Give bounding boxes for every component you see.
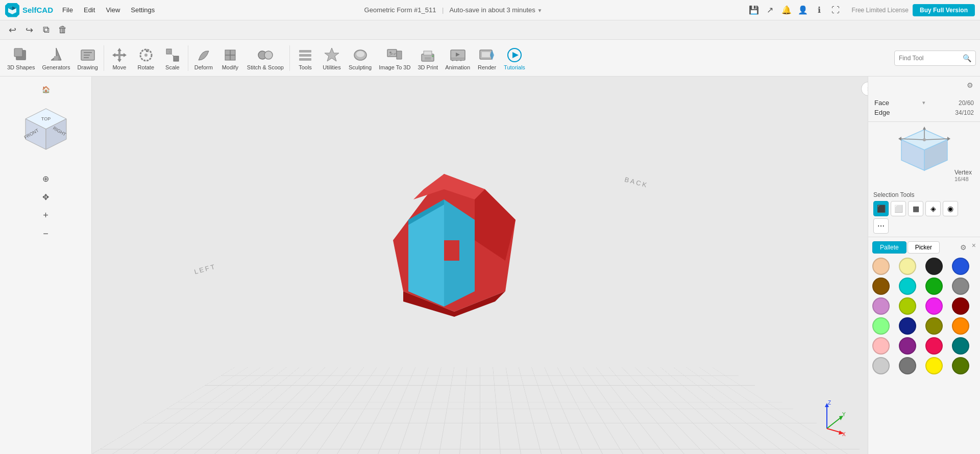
user-icon[interactable]: 👤	[797, 4, 809, 16]
autosave-text[interactable]: Auto-save in about 3 minutes	[449, 6, 535, 14]
view-menu[interactable]: View	[102, 4, 124, 16]
edge-label: Edge	[874, 109, 890, 116]
zoom-in-button[interactable]: +	[39, 208, 53, 222]
tool-drawing[interactable]: Drawing	[74, 44, 101, 72]
tool-image-to-3d[interactable]: Image To 3D	[376, 44, 413, 72]
tool-render[interactable]: Render	[474, 44, 500, 72]
right-panel-cube-svg	[886, 124, 963, 186]
tool-tools-label: Tools	[299, 64, 312, 70]
color-swatch-22[interactable]	[925, 357, 943, 374]
color-swatch-4[interactable]	[872, 278, 890, 295]
svg-marker-35	[397, 51, 402, 59]
color-swatch-21[interactable]	[899, 357, 916, 374]
expand-panel-button[interactable]: ›	[861, 82, 868, 96]
selection-tools-title: Selection Tools	[873, 191, 975, 198]
svg-point-33	[356, 51, 364, 57]
select-face-button[interactable]: ⬛	[873, 201, 889, 216]
main-toolbar: 3D Shapes Generators Drawing	[0, 40, 980, 77]
select-object-button[interactable]: ◉	[943, 201, 958, 216]
tool-scale[interactable]: Scale	[160, 44, 185, 72]
menu-items: File Edit View Settings	[58, 4, 159, 16]
info-icon[interactable]: ℹ	[813, 4, 825, 16]
tool-3d-shapes[interactable]: 3D Shapes	[4, 44, 38, 72]
tool-tools[interactable]: Tools	[292, 44, 318, 72]
redo-button[interactable]: ↪	[22, 23, 36, 37]
logo-icon	[5, 3, 19, 17]
color-swatch-14[interactable]	[925, 317, 943, 335]
zoom-out-button[interactable]: −	[39, 226, 53, 241]
delete-button[interactable]: 🗑	[56, 23, 70, 37]
color-swatch-3[interactable]	[952, 258, 969, 275]
picker-tab-button[interactable]: Picker	[908, 241, 940, 254]
svg-marker-11	[117, 48, 121, 51]
color-swatch-2[interactable]	[925, 258, 943, 275]
svg-point-41	[432, 55, 434, 57]
select-vertex-button[interactable]: ◈	[925, 201, 941, 216]
color-swatch-10[interactable]	[925, 297, 943, 315]
select-more-button[interactable]: ⋯	[873, 218, 889, 234]
color-swatch-6[interactable]	[925, 278, 943, 295]
color-swatch-11[interactable]	[952, 297, 969, 315]
tool-utilities[interactable]: Utilities	[319, 44, 345, 72]
fullscreen-icon[interactable]: ⛶	[829, 4, 842, 16]
palette-tab-button[interactable]: Pallete	[872, 241, 906, 254]
save-icon[interactable]: 💾	[748, 4, 760, 16]
svg-point-36	[389, 52, 391, 54]
color-swatch-19[interactable]	[952, 337, 969, 355]
vertex-info: Vertex 16/48	[954, 169, 972, 182]
color-swatch-17[interactable]	[899, 337, 916, 355]
svg-line-22	[169, 52, 176, 59]
settings-menu[interactable]: Settings	[127, 4, 159, 16]
pan-view-button[interactable]: ✥	[39, 190, 53, 204]
svg-rect-49	[482, 52, 490, 57]
home-view-button[interactable]: 🏠	[38, 82, 54, 97]
tool-deform[interactable]: Deform	[191, 44, 216, 72]
palette-settings-icon[interactable]: ⚙	[958, 241, 970, 254]
tool-stitch-scoop[interactable]: Stitch & Scoop	[244, 44, 287, 72]
select-multi-face-button[interactable]: ⬜	[891, 201, 906, 216]
color-swatch-9[interactable]	[899, 297, 916, 315]
color-swatch-23[interactable]	[952, 357, 969, 374]
tool-3d-print[interactable]: 3D Print	[414, 44, 441, 72]
tool-animation[interactable]: Animation	[442, 44, 473, 72]
tool-modify-label: Modify	[222, 64, 238, 70]
buy-full-version-button[interactable]: Buy Full Version	[913, 4, 975, 16]
color-swatch-1[interactable]	[899, 258, 916, 275]
color-swatch-0[interactable]	[872, 258, 890, 275]
color-swatch-20[interactable]	[872, 357, 890, 374]
mesh-info-panel: Face ▾ 20/60 Edge 34/102	[868, 94, 980, 122]
autosave-arrow[interactable]: ▼	[537, 8, 542, 13]
tool-generators[interactable]: Generators	[39, 44, 73, 72]
tool-move[interactable]: Move	[107, 44, 132, 72]
orbit-view-button[interactable]: ⊕	[39, 171, 53, 186]
palette-close-button[interactable]: ×	[972, 241, 976, 254]
share-icon[interactable]: ↗	[764, 4, 776, 16]
viewport[interactable]: LEFT BACK	[92, 77, 868, 454]
tool-sculpting[interactable]: Sculpting	[346, 44, 375, 72]
tool-modify[interactable]: Modify	[217, 44, 243, 72]
color-swatch-8[interactable]	[872, 297, 890, 315]
right-panel-settings-icon[interactable]: ⚙	[964, 79, 976, 91]
find-tool-input[interactable]	[899, 55, 960, 62]
color-swatch-18[interactable]	[925, 337, 943, 355]
svg-marker-31	[325, 48, 339, 61]
color-swatch-15[interactable]	[952, 317, 969, 335]
tool-sculpting-label: Sculpting	[349, 64, 372, 70]
undo-button[interactable]: ↩	[5, 23, 19, 37]
svg-rect-30	[299, 58, 311, 61]
color-swatch-12[interactable]	[872, 317, 890, 335]
grid-background	[92, 367, 868, 454]
search-icon[interactable]: 🔍	[963, 54, 971, 62]
tool-tutorials[interactable]: Tutorials	[501, 44, 528, 72]
tool-rotate[interactable]: Rotate	[133, 44, 159, 72]
color-swatch-7[interactable]	[952, 278, 969, 295]
color-swatch-16[interactable]	[872, 337, 890, 355]
document-title: Geometric Form #1_511	[364, 6, 436, 14]
color-swatch-5[interactable]	[899, 278, 916, 295]
file-menu[interactable]: File	[58, 4, 77, 16]
edit-menu[interactable]: Edit	[80, 4, 99, 16]
select-edge-button[interactable]: ▦	[908, 201, 923, 216]
copy-button[interactable]: ⧉	[39, 23, 53, 37]
color-swatch-13[interactable]	[899, 317, 916, 335]
notification-icon[interactable]: 🔔	[780, 4, 793, 16]
